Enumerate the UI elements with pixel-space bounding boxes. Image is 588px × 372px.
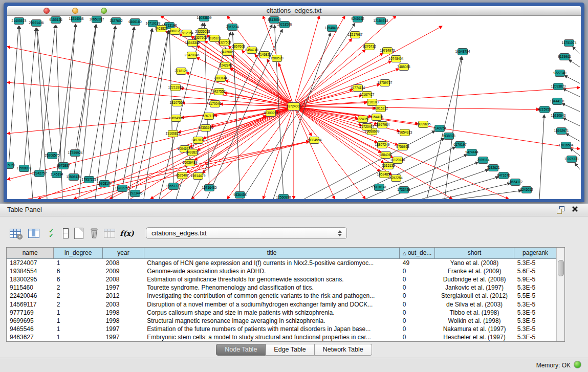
table-cell[interactable]: 1998 [103, 317, 144, 325]
table-cell[interactable]: Dudbridge et al. (2008) [434, 275, 514, 283]
graph-node[interactable]: 7625402 [177, 172, 187, 179]
graph-node[interactable]: 9245652 [353, 16, 363, 23]
table-cell[interactable]: 18300295 [7, 275, 54, 283]
table-cell[interactable]: 6 [54, 267, 103, 275]
graph-node[interactable]: 18724007 [288, 102, 300, 111]
graph-node[interactable]: 14524851 [379, 171, 389, 178]
table-cell[interactable]: Jankovic et al. (1997) [434, 283, 514, 292]
table-cell[interactable]: Nakamura et al. (1997) [434, 325, 514, 333]
table-cell[interactable]: Estimation of significance thresholds fo… [144, 275, 399, 283]
graph-node[interactable]: 1170046 [210, 100, 220, 107]
tab-node-table[interactable]: Node Table [216, 344, 266, 356]
graph-node[interactable]: 1527602 [111, 17, 121, 25]
column-header-pagerank[interactable]: pagerank [514, 248, 557, 258]
graph-node[interactable]: 3497834 [193, 137, 203, 144]
graph-node[interactable]: 10748404 [391, 55, 401, 62]
graph-node[interactable]: 11548498 [327, 25, 337, 32]
table-row[interactable]: 1830029562008Estimation of significance … [7, 275, 557, 283]
graph-node[interactable]: 15692971 [556, 127, 567, 135]
graph-node[interactable]: 17957233 [84, 176, 94, 183]
graph-node[interactable]: 15751074 [564, 39, 574, 47]
table-cell[interactable]: 0 [400, 325, 435, 333]
row-mode-icon[interactable] [58, 226, 73, 240]
table-cell[interactable]: 0 [400, 300, 435, 308]
graph-node[interactable]: 20691406 [31, 19, 41, 27]
graph-node[interactable]: 11568893 [19, 165, 29, 172]
table-cell[interactable]: Stergiakouli et al. (2012) [434, 292, 514, 300]
table-cell[interactable]: 0 [400, 267, 435, 275]
float-panel-icon[interactable] [557, 206, 564, 214]
scrollbar-thumb[interactable] [558, 260, 564, 276]
table-cell[interactable]: 19384554 [7, 267, 54, 275]
tab-network-table[interactable]: Network Table [315, 344, 372, 356]
delete-column-icon[interactable] [87, 226, 101, 240]
graph-node[interactable]: 12923446 [130, 190, 140, 197]
table-cell[interactable]: 1997 [103, 333, 144, 341]
table-cell[interactable]: Hescheler et al. (1997) [434, 333, 514, 341]
graph-node[interactable]: 16774114 [353, 84, 363, 92]
graph-node[interactable]: 12213383 [170, 84, 181, 91]
graph-node[interactable]: 18300295 [266, 110, 276, 117]
graph-node[interactable]: 15720407 [362, 123, 372, 130]
table-cell[interactable]: 14569117 [7, 300, 54, 308]
table-cell[interactable]: Franke et al. (2009) [434, 267, 514, 275]
column-header-name[interactable]: name [7, 248, 54, 258]
table-cell[interactable]: Tourette syndrome. Phenomenology and cla… [144, 283, 399, 292]
graph-node[interactable]: 7857234 [227, 24, 237, 31]
table-row[interactable]: 1872400712008Changes of HCN gene express… [7, 258, 557, 267]
table-cell[interactable]: 2 [54, 292, 103, 300]
graph-node[interactable]: 20206576 [47, 152, 57, 159]
graph-node[interactable]: 12093823 [553, 83, 563, 90]
graph-node[interactable]: 2803144 [215, 75, 226, 82]
graph-node[interactable]: 7140954 [434, 125, 445, 132]
column-header-in_degree[interactable]: in_degree [54, 248, 103, 258]
table-cell[interactable]: 6 [54, 275, 103, 283]
table-cell[interactable]: Genome-wide association studies in ADHD. [144, 267, 399, 275]
minimize-window-button[interactable] [72, 8, 78, 14]
table-row[interactable]: 1456911722003Disruption of a novel membe… [7, 300, 557, 308]
table-cell[interactable]: Yano et al. (2008) [434, 258, 514, 267]
table-row[interactable]: 911546021997Tourette syndrome. Phenomeno… [7, 283, 557, 292]
graph-node[interactable]: 10958107 [99, 180, 110, 187]
table-cell[interactable]: 5.3E-5 [514, 309, 557, 317]
graph-node[interactable]: 21405578 [14, 17, 24, 25]
table-cell[interactable]: 2008 [103, 258, 144, 267]
graph-node[interactable]: 19654923 [400, 129, 410, 136]
graph-node[interactable]: 19218506 [279, 21, 290, 28]
window-titlebar[interactable]: citations_edges.txt [7, 6, 581, 16]
graph-node[interactable]: 8471676 [498, 172, 509, 179]
graph-node[interactable]: 9242848 [221, 62, 231, 69]
graph-node[interactable]: 9155126 [51, 16, 61, 24]
graph-node[interactable]: 9493822 [187, 149, 198, 156]
graph-node[interactable]: 18759757 [380, 79, 390, 86]
graph-node[interactable]: 16914479 [193, 172, 203, 180]
table-cell[interactable]: Investigating the contribution of common… [144, 292, 399, 300]
graph-node[interactable]: 7146821 [259, 51, 270, 58]
graph-node[interactable]: 10120746 [393, 157, 403, 164]
graph-node[interactable]: 12217987 [350, 31, 360, 38]
graph-node[interactable]: 13505135 [69, 173, 79, 181]
graph-node[interactable]: 18107554 [172, 99, 182, 106]
table-cell[interactable]: 0 [400, 333, 435, 341]
table-cell[interactable]: 1 [54, 325, 103, 333]
graph-node[interactable]: 9129966 [559, 53, 570, 60]
graph-node[interactable]: 17016504 [561, 142, 571, 149]
graph-node[interactable]: 16039489 [185, 159, 195, 166]
graph-node[interactable]: 11075331 [567, 156, 577, 163]
tab-edge-table[interactable]: Edge Table [266, 344, 314, 356]
graph-node[interactable]: 8938923 [444, 133, 454, 140]
table-cell[interactable]: 0 [400, 283, 435, 292]
table-cell[interactable]: 5.5E-5 [514, 292, 557, 300]
table-row[interactable]: 946362711997Embryonic stem cells: a mode… [7, 333, 557, 341]
table-cell[interactable]: 2003 [103, 300, 144, 308]
table-cell[interactable]: 0 [400, 292, 435, 300]
table-cell[interactable]: 2 [54, 300, 103, 308]
graph-node[interactable]: 8267130 [204, 113, 214, 120]
table-cell[interactable]: 5.3E-5 [514, 300, 557, 308]
table-cell[interactable]: 2009 [103, 267, 144, 275]
table-cell[interactable]: Disruption of a novel member of a sodium… [144, 300, 399, 308]
table-cell[interactable]: de Silva et al. (2003) [434, 300, 514, 308]
graph-node[interactable]: 8912954 [182, 30, 192, 37]
graph-node[interactable]: 16782759 [117, 185, 127, 192]
graph-node[interactable]: 1733426 [399, 186, 409, 193]
